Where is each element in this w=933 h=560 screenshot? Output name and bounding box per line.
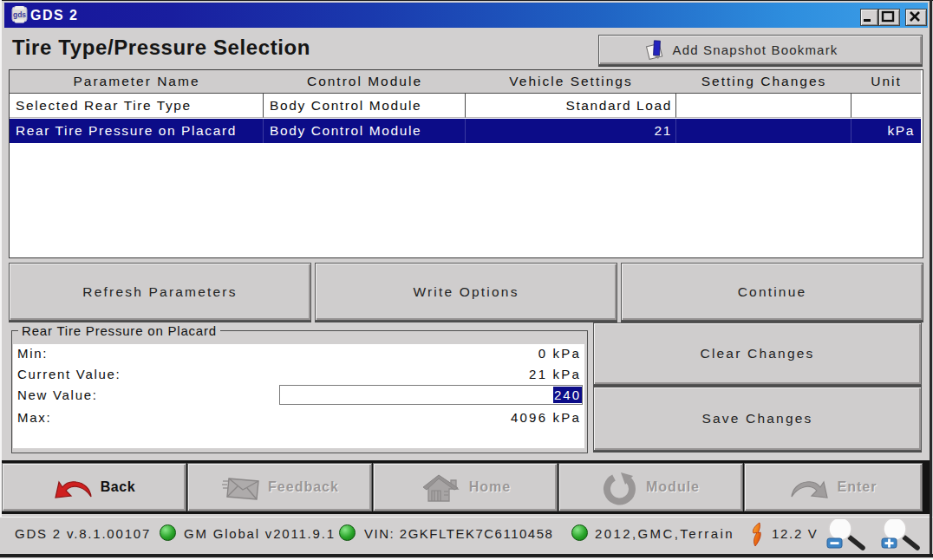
svg-text:gds: gds [13,10,26,19]
